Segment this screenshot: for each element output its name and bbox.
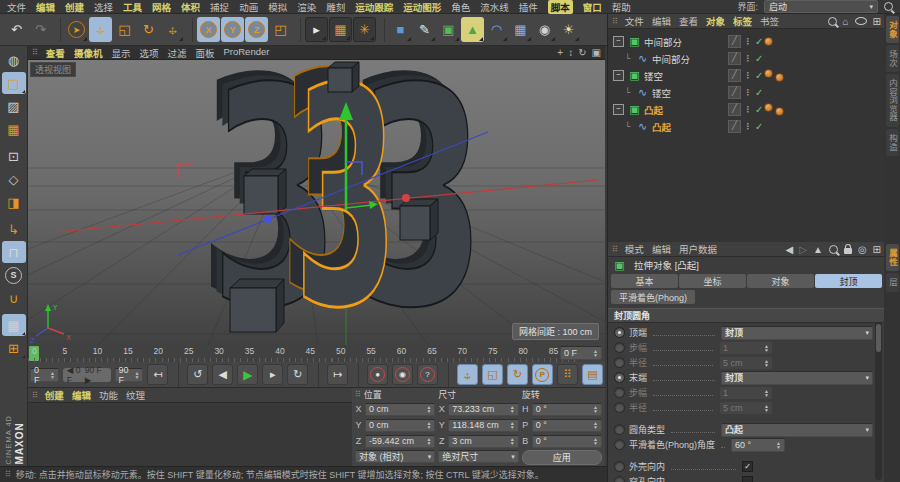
enable-check-icon[interactable]: ✓	[755, 70, 763, 81]
menubar-item[interactable]: 帮助	[612, 0, 631, 14]
frame-range-slider[interactable]: ◀ 0 F90 F ▶	[63, 368, 111, 382]
drag-handle-icon[interactable]: ⠿	[32, 48, 37, 57]
material-menu-item[interactable]: 纹理	[126, 388, 145, 402]
viewport-menu-item[interactable]: ProRender	[223, 46, 269, 60]
stepper-icon[interactable]: ▲▼	[423, 421, 431, 429]
search-icon[interactable]	[884, 2, 893, 11]
key-position-button[interactable]: ↔↕	[457, 364, 478, 385]
add-panel-icon[interactable]: ⊞	[873, 16, 881, 27]
magnet-snap-icon[interactable]: ∪	[2, 287, 26, 309]
point-mode-icon[interactable]: ⊡	[2, 145, 26, 167]
animation-dot-icon[interactable]	[614, 402, 625, 413]
attribute-tab[interactable]: 平滑着色(Phong)	[611, 290, 695, 304]
object-tree-row[interactable]: └∿凸起╱⋮✓	[608, 118, 885, 135]
expand-toggle-icon[interactable]: −	[613, 70, 624, 81]
editor-render-toggle-icon[interactable]: ╱	[728, 35, 741, 48]
visibility-dots-icon[interactable]: ⋮	[744, 122, 752, 131]
stepper-icon[interactable]: ▲▼	[590, 421, 598, 429]
stepper-icon[interactable]: ▲▼	[761, 389, 769, 397]
history-forward-icon[interactable]: ▷	[799, 244, 807, 255]
end-cap-row-dropdown[interactable]: 封顶▾	[721, 371, 873, 385]
object-tree-row[interactable]: └∿中间部分╱⋮✓	[608, 50, 885, 67]
menubar-item[interactable]: 捕捉	[210, 0, 229, 14]
goto-end-button[interactable]: ↦	[327, 364, 348, 385]
search-icon[interactable]	[828, 17, 837, 26]
enable-axis-icon[interactable]: ↳	[2, 218, 26, 240]
workplane-axis-icon[interactable]: ⊞	[2, 337, 26, 359]
drag-handle-icon[interactable]: ⠿	[355, 390, 360, 399]
drag-handle-icon[interactable]: ⠿	[612, 17, 617, 26]
attribute-menu-item[interactable]: 模式	[625, 242, 644, 256]
timeline-window-button[interactable]: ▤	[582, 364, 603, 385]
tag-icon[interactable]	[775, 73, 784, 82]
viewport-menu-item[interactable]: 过滤	[167, 46, 186, 60]
timeline-ruler[interactable]: 051015202530354045505560657075808590 0 F…	[28, 345, 605, 363]
drag-handle-icon[interactable]: ⠿	[32, 391, 37, 400]
current-frame-field[interactable]: 0 F▲▼	[30, 368, 59, 382]
make-editable-icon[interactable]: ◍	[2, 49, 26, 71]
render-view-icon[interactable]: ▸	[305, 17, 328, 42]
coordinate-field[interactable]: 73.233 cm▲▼	[448, 403, 518, 416]
menubar-item[interactable]: 模拟	[268, 0, 287, 14]
menubar-item[interactable]: 脚本	[548, 0, 573, 14]
material-list-area[interactable]	[28, 403, 352, 466]
menubar-item[interactable]: 工具	[123, 0, 142, 14]
viewport-menu-item[interactable]: 摄像机	[74, 46, 103, 60]
material-menu-item[interactable]: 创建	[45, 388, 64, 402]
animation-dot-icon[interactable]	[614, 372, 625, 383]
animation-dot-icon[interactable]	[614, 357, 625, 368]
end-frame-field[interactable]: 90 F▲▼	[115, 368, 144, 382]
animation-dot-icon[interactable]	[614, 342, 625, 353]
attribute-menu-item[interactable]: 用户数据	[679, 242, 717, 256]
coordinate-field[interactable]: 3 cm▲▼	[448, 435, 518, 448]
stepper-icon[interactable]: ▲▼	[761, 359, 769, 367]
fillet-type-row-dropdown[interactable]: 凸起▾	[721, 423, 873, 437]
history-back-icon[interactable]: ◀	[786, 244, 794, 255]
attribute-tab[interactable]: 坐标	[679, 274, 746, 288]
texture-mode-icon[interactable]: ▨	[2, 95, 26, 117]
drag-handle-icon[interactable]: ⠿	[5, 470, 10, 479]
menubar-item[interactable]: 动画	[239, 0, 258, 14]
keying-options-button[interactable]: ?	[417, 364, 438, 385]
hull-inward-row-checkbox[interactable]: ✓	[742, 461, 753, 472]
key-scale-button[interactable]: ◱	[482, 364, 503, 385]
coordinate-field[interactable]: 0 °▲▼	[532, 435, 602, 448]
tag-icon[interactable]	[764, 69, 773, 78]
extrude-generator-icon[interactable]: ▲	[461, 17, 484, 42]
key-rotation-button[interactable]: ↻	[507, 364, 528, 385]
menubar-item[interactable]: 运动图形	[403, 0, 441, 14]
object-manager-menu-item[interactable]: 文件	[625, 14, 644, 28]
apply-button[interactable]: 应用	[522, 450, 602, 465]
record-keyframe-button[interactable]: ●	[367, 364, 388, 385]
stepper-icon[interactable]: ▲▼	[423, 437, 431, 445]
object-tree-row[interactable]: −▣中间部分╱⋮✓	[608, 33, 885, 50]
menubar-item[interactable]: 编辑	[36, 0, 55, 14]
interface-dropdown[interactable]: 启动 ▾	[764, 0, 878, 13]
end-radius-row-field[interactable]: 5 cm▲▼	[719, 401, 773, 415]
attribute-tab[interactable]: 对象	[747, 274, 814, 288]
scrollbar-thumb[interactable]	[876, 324, 881, 352]
coordinate-field[interactable]: 0 °▲▼	[532, 403, 602, 416]
menubar-item[interactable]: 插件	[519, 0, 538, 14]
start-cap-row-dropdown[interactable]: 封顶▾	[721, 326, 873, 340]
visibility-dots-icon[interactable]: ⋮	[744, 88, 752, 97]
subdivision-surface-icon[interactable]: ▣	[437, 17, 460, 42]
view-label[interactable]: 透视视图	[30, 62, 76, 77]
editor-render-toggle-icon[interactable]: ╱	[728, 69, 741, 82]
hole-inward-row-checkbox[interactable]	[742, 476, 753, 482]
previous-frame-button[interactable]: ◀	[212, 364, 233, 385]
goto-start-button[interactable]: ↤	[147, 364, 168, 385]
phong-angle-row-field[interactable]: 60 °▲▼	[731, 438, 785, 452]
z-axis-lock-icon[interactable]: Z	[245, 17, 268, 42]
visibility-dots-icon[interactable]: ⋮	[744, 37, 752, 46]
z-axis-handle[interactable]	[264, 215, 272, 223]
light-icon[interactable]: ☀	[557, 17, 580, 42]
attribute-menu-item[interactable]: 编辑	[652, 242, 671, 256]
viewport-menu-item[interactable]: 显示	[111, 46, 130, 60]
maximize-view-icon[interactable]: ▣	[592, 47, 601, 58]
animation-dot-icon[interactable]	[614, 439, 625, 450]
stepper-icon[interactable]: ▲▼	[761, 344, 769, 352]
stepper-icon[interactable]: ▲▼	[590, 349, 598, 357]
search-icon[interactable]	[829, 245, 838, 254]
stepper-icon[interactable]: ▲▼	[423, 405, 431, 413]
